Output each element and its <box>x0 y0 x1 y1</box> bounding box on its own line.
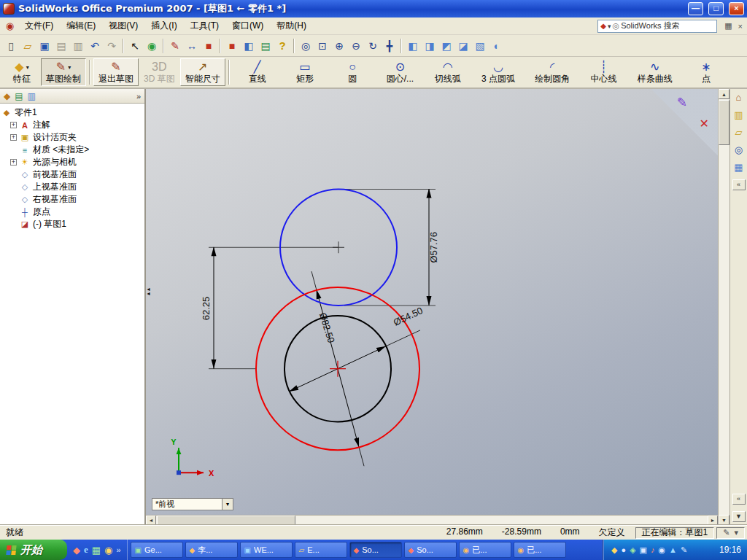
section-view-icon[interactable]: ◧ <box>241 38 257 54</box>
collapse-pane-button[interactable]: « <box>732 179 746 190</box>
shaded-icon[interactable]: ◐ <box>489 38 505 54</box>
scroll-right-button[interactable]: ► <box>708 516 718 525</box>
view-top-icon[interactable]: ◨ <box>422 38 438 54</box>
view-front-icon[interactable]: ◧ <box>405 38 421 54</box>
point-tool-button[interactable]: ∗ 点 <box>687 58 725 86</box>
tree-item-sketch1[interactable]: ◪ (-) 草图1 <box>10 218 143 230</box>
search-input[interactable] <box>621 21 714 31</box>
pan-icon[interactable]: ╋ <box>382 38 398 54</box>
taskbar-window-button[interactable]: ▱ E... <box>295 542 347 558</box>
restore-button[interactable]: □ <box>708 2 724 15</box>
new-document-icon[interactable]: ▯ <box>3 38 19 54</box>
chevron-down-icon[interactable]: ▾ <box>26 64 29 71</box>
help-icon[interactable]: ? <box>274 38 290 54</box>
tree-item-front-plane[interactable]: ◇ 前视基准面 <box>10 168 143 181</box>
tree-root[interactable]: ◆ 零件1 <box>1 106 143 119</box>
tray-icon[interactable]: ◆ <box>611 545 617 555</box>
property-manager-tab[interactable]: ▤ <box>15 91 23 101</box>
smart-dimension-button[interactable]: ↗ 智能尺寸 <box>180 58 225 86</box>
taskbar-window-button[interactable]: ◉ 已... <box>459 542 511 558</box>
scroll-down-button[interactable]: ▼ <box>719 515 729 525</box>
tray-icon[interactable]: ✎ <box>681 545 687 555</box>
redo-icon[interactable]: ↷ <box>104 38 120 54</box>
zoom-area-icon[interactable]: ⊡ <box>314 38 330 54</box>
features-button[interactable]: ◆ ▾ 特征 <box>3 58 41 86</box>
taskbar-window-button[interactable]: ◆ 李... <box>185 542 238 558</box>
sketch-draw-button[interactable]: ✎ ▾ 草图绘制 <box>41 58 86 86</box>
tray-icon[interactable]: ● <box>621 545 626 554</box>
scrollbar-thumb[interactable] <box>157 516 295 525</box>
tree-item-material[interactable]: ≡ 材质 <未指定> <box>10 144 143 156</box>
view-palette-icon[interactable]: ▦ <box>734 162 743 173</box>
scrollbar-thumb[interactable] <box>719 100 729 145</box>
menu-file[interactable]: 文件(F) <box>18 18 60 34</box>
open-icon[interactable]: ▱ <box>20 38 36 54</box>
collapse-pane-button[interactable]: « <box>732 494 746 505</box>
save-icon[interactable]: ▣ <box>36 38 53 54</box>
rail-scroll-down-button[interactable]: ▼ <box>732 511 746 522</box>
view-iso-icon[interactable]: ◪ <box>455 38 471 54</box>
zoom-out-icon[interactable]: ⊖ <box>348 38 364 54</box>
view-left-icon[interactable]: ◩ <box>438 38 454 54</box>
tree-item-annotations[interactable]: + A 注解 <box>10 119 143 131</box>
horizontal-scrollbar[interactable]: ◄ ► <box>146 515 718 525</box>
undo-icon[interactable]: ↶ <box>87 38 103 54</box>
tree-item-top-plane[interactable]: ◇ 上视基准面 <box>10 181 143 193</box>
dimension-text-d57[interactable]: Ø57.76 <box>428 232 439 262</box>
tree-item-lights-cameras[interactable]: + ☀ 光源与相机 <box>10 156 143 168</box>
quick-launch-ie-icon[interactable]: e <box>84 544 88 556</box>
close-button[interactable]: × <box>729 2 744 15</box>
three-point-arc-tool-button[interactable]: ◡ 3 点圆弧 <box>476 58 520 86</box>
panel-tabs-overflow[interactable]: » <box>136 92 141 101</box>
rectangle-tool-button[interactable]: ▭ 矩形 <box>286 58 324 86</box>
rotate-view-icon[interactable]: ↻ <box>365 38 381 54</box>
zoom-fit-icon[interactable]: ◎ <box>298 38 314 54</box>
tray-icon[interactable]: ♪ <box>651 545 655 554</box>
menu-tools[interactable]: 工具(T) <box>184 18 225 34</box>
dimension-text-d54[interactable]: Ø54.50 <box>392 305 425 328</box>
tray-icon[interactable]: ◈ <box>630 545 635 555</box>
centerline-tool-button[interactable]: ┊ 中心线 <box>584 58 622 86</box>
close-document-icon[interactable]: × <box>735 22 746 31</box>
design-library-icon[interactable]: ▥ <box>734 109 743 120</box>
taskbar-window-button[interactable]: ◆ So... <box>404 542 457 558</box>
menu-view[interactable]: 视图(V) <box>102 18 144 34</box>
quick-launch-solidworks-icon[interactable]: ◆ <box>73 545 80 556</box>
tray-icon[interactable]: ▲ <box>669 545 677 554</box>
quick-launch-overflow[interactable]: » <box>116 545 120 554</box>
tray-icon[interactable]: ▣ <box>640 545 647 555</box>
chevron-down-icon[interactable]: ▾ <box>222 499 233 510</box>
menu-insert[interactable]: 插入(I) <box>144 18 183 34</box>
sketch-icon[interactable]: ✎ <box>167 38 183 54</box>
line-tool-button[interactable]: ╱ 直线 <box>239 58 276 86</box>
taskbar-window-button[interactable]: ▣ WE... <box>240 542 293 558</box>
taskbar-window-button[interactable]: ▣ Ge... <box>131 542 183 558</box>
chevron-down-icon[interactable]: ▾ <box>68 64 71 71</box>
spline-tool-button[interactable]: ∿ 样条曲线 <box>632 58 678 86</box>
status-sketch-icon[interactable]: ✎ <box>723 528 729 537</box>
taskbar-window-button-active[interactable]: ◆ So... <box>349 542 402 558</box>
expander[interactable]: + <box>10 134 17 141</box>
resources-icon[interactable]: ⌂ <box>736 92 742 103</box>
sketch-canvas[interactable]: Ø57.76 62.25 Ø82.50 Ø54.50 Y X <box>146 89 718 515</box>
status-caret-icon[interactable]: ▾ <box>734 528 738 537</box>
minimize-button[interactable]: — <box>688 2 703 15</box>
centerpoint-arc-tool-button[interactable]: ⊙ 圆心/... <box>381 58 419 86</box>
annotation-icon[interactable]: ▤ <box>258 38 274 54</box>
start-button[interactable]: 开始 <box>0 540 67 560</box>
rebuild-icon[interactable]: ◉ <box>144 38 160 54</box>
feature-manager-tab[interactable]: ◆ <box>4 91 10 101</box>
search-dropdown-icon[interactable]: ▾ <box>608 23 611 30</box>
smart-dimension-icon[interactable]: ↔ <box>184 38 200 54</box>
quick-launch-media-icon[interactable]: ◉ <box>104 545 112 556</box>
file-explorer-icon[interactable]: ▱ <box>735 127 743 138</box>
quick-launch-desktop-icon[interactable]: ▦ <box>92 545 101 556</box>
viewport[interactable]: Ø57.76 62.25 Ø82.50 Ø54.50 Y X ✎ ✕ ◄ ◄ <box>146 89 718 515</box>
confirm-sketch-icon[interactable]: ✎ <box>677 95 687 110</box>
print-preview-icon[interactable]: ▥ <box>70 38 86 54</box>
menu-edit[interactable]: 编辑(E) <box>60 18 102 34</box>
extrude-feature-icon[interactable]: ■ <box>201 38 217 54</box>
scroll-left-button[interactable]: ◄ <box>146 516 156 525</box>
expander[interactable]: + <box>10 159 17 166</box>
sketch-fillet-tool-button[interactable]: ◜ 绘制圆角 <box>530 58 575 86</box>
